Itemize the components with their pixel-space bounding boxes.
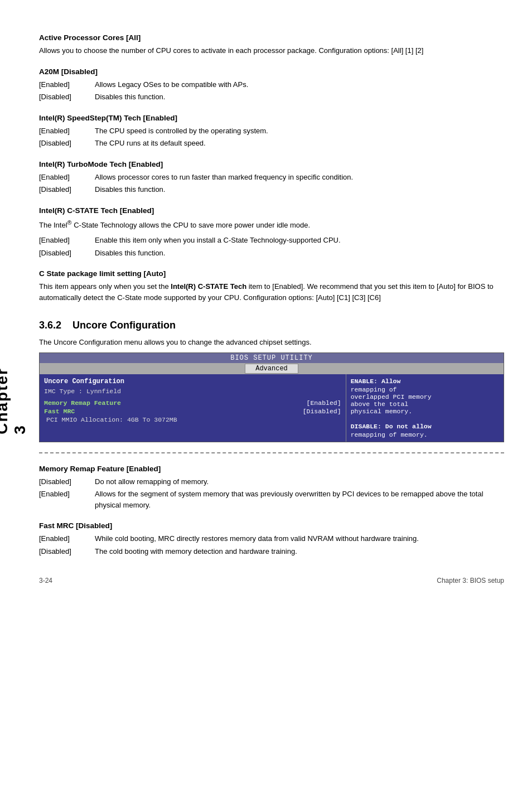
option-row: [Enabled] Allows Legacy OSes to be compa… xyxy=(39,79,504,90)
option-key: [Enabled] xyxy=(39,533,95,544)
section-362-desc: The Uncore Configuration menu allows you… xyxy=(39,337,504,348)
option-val: The cold booting with memory detection a… xyxy=(95,546,504,557)
bios-tab-advanced: Advanced xyxy=(245,364,298,374)
bios-box: BIOS SETUP UTILITY Advanced Uncore Confi… xyxy=(39,352,504,442)
bios-right-panel: ENABLE: Allow remapping of overlapped PC… xyxy=(346,374,504,442)
bios-right-enable-line5: physical memory. xyxy=(351,408,499,415)
option-row: [Disabled] Disables this function. xyxy=(39,184,504,195)
section-title-memory-remap: Memory Remap Feature [Enabled] xyxy=(39,465,504,473)
section-speedstep: Intel(R) SpeedStep(TM) Tech [Enabled] [E… xyxy=(39,114,504,149)
bios-right-disable-line2: remapping of memory. xyxy=(351,431,499,438)
section-title-a20m: A20M [Disabled] xyxy=(39,67,504,76)
section-title-speedstep: Intel(R) SpeedStep(TM) Tech [Enabled] xyxy=(39,114,504,122)
bios-left-panel: Uncore Configuration IMC Type : Lynnfiel… xyxy=(40,374,346,442)
section-active-processor-cores: Active Processor Cores [All] Allows you … xyxy=(39,33,504,56)
footer: 3-24 Chapter 3: BIOS setup xyxy=(39,573,504,584)
bios-right-enable-line2: remapping of xyxy=(351,386,499,393)
footer-right: Chapter 3: BIOS setup xyxy=(437,577,504,584)
option-row: [Disabled] Disables this function. xyxy=(39,248,504,259)
bios-pci-row: PCI MMIO Allocation: 4GB To 3072MB xyxy=(44,416,341,423)
option-val: The CPU speed is controlled by the opera… xyxy=(95,125,504,137)
superscript: ® xyxy=(67,219,72,226)
chapter-label: Chapter 3 xyxy=(0,368,29,434)
section-desc-cstate: The Intel® C-State Technology allows the… xyxy=(39,218,504,231)
option-key: [Disabled] xyxy=(39,138,95,149)
dashed-divider xyxy=(39,452,504,453)
option-val: Allows Legacy OSes to be compatible with… xyxy=(95,79,504,90)
option-val: The CPU runs at its default speed. xyxy=(95,138,504,149)
section-cstate: Intel(R) C-STATE Tech [Enabled] The Inte… xyxy=(39,206,504,259)
bios-body: Uncore Configuration IMC Type : Lynnfiel… xyxy=(40,374,504,442)
section-cstate-pkg: C State package limit setting [Auto] Thi… xyxy=(39,269,504,303)
section-fast-mrc: Fast MRC [Disabled] [Enabled] While cold… xyxy=(39,521,504,557)
bold-inline-text: Intel(R) C-STATE Tech xyxy=(171,282,246,291)
option-key: [Enabled] xyxy=(39,125,95,137)
option-val: Allows for the segment of system memory … xyxy=(95,489,504,510)
section-a20m: A20M [Disabled] [Enabled] Allows Legacy … xyxy=(39,67,504,103)
section-desc-apc: Allows you to choose the number of CPU c… xyxy=(39,45,504,56)
bios-right-disable-label: DISABLE: Do not allow xyxy=(351,423,499,430)
option-row: [Disabled] Disables this function. xyxy=(39,91,504,103)
option-val: While cold booting, MRC directly restore… xyxy=(95,533,504,544)
bios-right-enable-line3: overlapped PCI memory xyxy=(351,393,499,400)
section-title-cstate: Intel(R) C-STATE Tech [Enabled] xyxy=(39,206,504,215)
option-row: [Disabled] Do not allow remapping of mem… xyxy=(39,476,504,487)
bios-feature-row-0: Memory Remap Feature [Enabled] xyxy=(44,399,341,407)
section-title-cstate-pkg: C State package limit setting [Auto] xyxy=(39,269,504,278)
option-val: Allows processor cores to run faster tha… xyxy=(95,172,504,183)
chapter-word: Chapter xyxy=(0,368,11,434)
option-val: Disables this function. xyxy=(95,248,504,259)
option-key: [Disabled] xyxy=(39,546,95,557)
section-362-title: 3.6.2 Uncore Configuration xyxy=(39,320,504,331)
bios-feature-row-1: Fast MRC [Disabled] xyxy=(44,408,341,415)
bios-feat-val-1: [Disabled] xyxy=(303,408,341,415)
option-row: [Disabled] The cold booting with memory … xyxy=(39,546,504,557)
section-title-fast-mrc: Fast MRC [Disabled] xyxy=(39,521,504,530)
bios-right-enable-line4: above the total xyxy=(351,400,499,408)
option-val: Disables this function. xyxy=(95,184,504,195)
option-key: [Disabled] xyxy=(39,248,95,259)
section-desc-cstate-pkg: This item appears only when you set the … xyxy=(39,281,504,303)
page: Chapter 3 Active Processor Cores [All] A… xyxy=(0,0,532,802)
main-content: Active Processor Cores [All] Allows you … xyxy=(22,0,532,802)
option-row: [Enabled] Enable this item only when you… xyxy=(39,235,504,246)
option-key: [Disabled] xyxy=(39,476,95,487)
section-turbomode: Intel(R) TurboMode Tech [Enabled] [Enabl… xyxy=(39,160,504,195)
bios-tab-row: Advanced xyxy=(40,363,504,374)
option-key: [Enabled] xyxy=(39,489,95,510)
option-key: [Enabled] xyxy=(39,235,95,246)
bios-feat-val-0: [Enabled] xyxy=(307,399,341,407)
chapter-sidebar: Chapter 3 xyxy=(0,0,22,802)
option-val: Do not allow remapping of memory. xyxy=(95,476,504,487)
section-title-turbomode: Intel(R) TurboMode Tech [Enabled] xyxy=(39,160,504,168)
chapter-number: 3 xyxy=(11,424,28,434)
option-row: [Enabled] Allows processor cores to run … xyxy=(39,172,504,183)
bios-header: BIOS SETUP UTILITY xyxy=(40,353,504,363)
section-362-number: 3.6.2 xyxy=(39,320,61,331)
bios-feat-name-0: Memory Remap Feature xyxy=(44,399,121,407)
option-key: [Disabled] xyxy=(39,184,95,195)
section-362-heading: Uncore Configuration xyxy=(72,320,176,331)
section-memory-remap: Memory Remap Feature [Enabled] [Disabled… xyxy=(39,465,504,511)
option-key: [Disabled] xyxy=(39,91,95,103)
option-key: [Enabled] xyxy=(39,172,95,183)
bios-left-title: Uncore Configuration xyxy=(44,378,341,385)
bios-right-enable-label: ENABLE: Allow xyxy=(351,378,499,385)
bios-feat-name-1: Fast MRC xyxy=(44,408,75,415)
section-362: 3.6.2 Uncore Configuration The Uncore Co… xyxy=(39,320,504,557)
option-val: Enable this item only when you install a… xyxy=(95,235,504,246)
section-title-apc: Active Processor Cores [All] xyxy=(39,33,504,42)
option-key: [Enabled] xyxy=(39,79,95,90)
option-val: Disables this function. xyxy=(95,91,504,103)
option-row: [Enabled] While cold booting, MRC direct… xyxy=(39,533,504,544)
bios-imc-row: IMC Type : Lynnfield xyxy=(44,388,341,395)
footer-left: 3-24 xyxy=(39,577,52,584)
option-row: [Enabled] Allows for the segment of syst… xyxy=(39,489,504,510)
option-row: [Enabled] The CPU speed is controlled by… xyxy=(39,125,504,137)
option-row: [Disabled] The CPU runs at its default s… xyxy=(39,138,504,149)
